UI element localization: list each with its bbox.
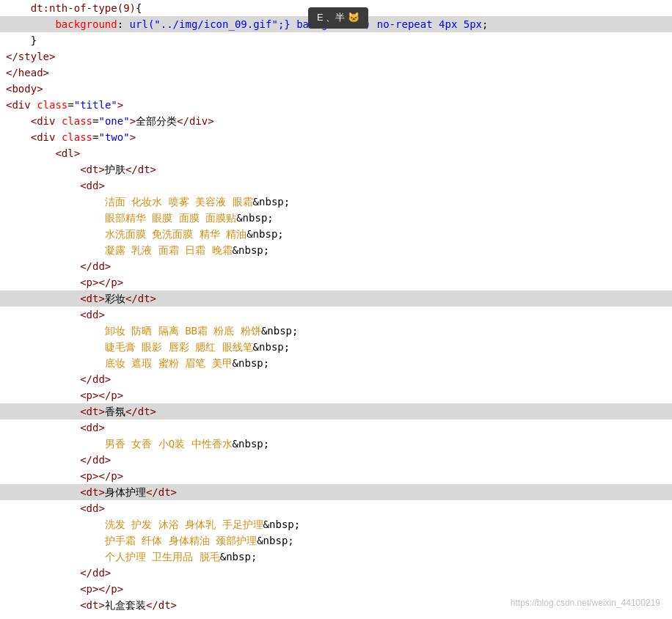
code-token-tag: <p> [80,583,98,595]
code-token-link: 水洗面膜 [105,228,146,240]
code-token-value: ) no-repeat [365,18,439,30]
code-token-link: 卫生用品 [152,551,193,563]
code-line: <div class="one">全部分类</div> [0,113,672,129]
code-token-amp: &nbsp; [233,438,270,450]
code-token-link: 洁面 [105,196,125,208]
code-token-link: 腮红 [195,341,216,353]
code-token-chinese [220,228,226,240]
code-token-link: 面霜 [158,244,179,256]
code-token-tag: </p> [98,389,123,401]
code-token-amp: &nbsp; [261,325,299,337]
code-token-chinese [205,244,211,256]
code-token-tag_hl3: </dt> [146,486,177,498]
code-token-amp: &nbsp; [220,551,258,563]
code-token-link: 颈部护理 [216,535,257,546]
code-token-chinese [193,228,199,240]
code-token-tag: <div [31,131,62,143]
code-token-amp: &nbsp; [246,228,284,240]
code-token-link: 防晒 [131,325,152,337]
code-token-tag: <p> [80,470,98,482]
code-token-link: 眼线笔 [222,341,253,353]
code-token-chinese [152,438,158,450]
code-token-tag: > [117,99,123,111]
code-token-link: 晚霜 [212,244,233,256]
code-token-link: 粉饼 [241,325,261,337]
code-token-link: 沐浴 [158,519,179,530]
code-token-punct: : [117,18,130,30]
code-line: 洗发 护发 沐浴 身体乳 手足护理&nbsp; [0,516,672,532]
code-token-link: 女香 [131,438,152,450]
code-line: 底妆 遮瑕 蜜粉 眉笔 美甲&nbsp; [0,355,672,371]
code-token-attr: class [37,99,67,111]
code-line: 卸妆 防晒 隔离 BB霜 粉底 粉饼&nbsp; [0,323,672,339]
code-line: </head> [0,65,672,81]
code-token-chinese [179,325,185,337]
code-token-chinese [200,212,205,224]
code-token-link: 免洗面膜 [152,228,193,240]
code-token-attr: class [62,131,92,143]
code-token-link: 脱毛 [200,551,220,563]
code-token-punct: ; [482,18,488,30]
code-token-chinese_hl2: 香氛 [105,406,125,417]
code-line: </dd> [0,371,672,387]
code-token-tag: <dd> [80,180,105,191]
code-token-tag_hl2: </dt> [125,406,156,417]
code-token-chinese [193,551,199,563]
code-token-punct: { [136,2,142,14]
code-token-tag: <p> [80,276,98,288]
code-line: <dt>彩妆</dt> [0,290,672,307]
code-token-chinese [189,341,195,353]
code-token-link: 粉底 [213,325,234,337]
code-token-link: 美容液 [195,196,226,208]
code-line: <dt>护肤</dt> [0,161,672,177]
code-token-value: url("../img/icon_09. [130,18,254,30]
code-token-chinese [152,325,158,337]
code-token-tag: </dd> [80,373,111,385]
code-token-tag: </dt> [125,164,156,175]
code-token-chinese [216,341,222,353]
code-token-chinese [162,196,168,208]
code-token-value2: 4px 5px [439,18,482,30]
code-token-link: 眼部精华 [105,212,146,224]
code-token-tag: </dt> [146,599,177,611]
code-token-link: 身体乳 [185,519,216,530]
code-token-tag_hl: </dt> [125,293,156,304]
code-token-link: 男香 [105,438,125,450]
code-token-amp: &nbsp; [263,519,301,530]
code-token-attrval: "title" [74,99,117,111]
code-line: <dt>香氛</dt> [0,403,672,420]
code-token-link: 遮瑕 [131,357,152,369]
code-token-amp: &nbsp; [257,535,294,546]
code-token-link: 洗发 [105,519,125,530]
code-line: 男香 女香 小Q装 中性香水&nbsp; [0,436,672,452]
code-token-prop: background [55,18,117,30]
code-token-chinese [152,357,158,369]
code-token-tag: </head> [6,67,49,78]
code-token-chinese: 护肤 [105,164,125,175]
code-token-tag: </style> [6,51,55,62]
code-token-tag: <div [31,115,62,127]
code-token-chinese [179,357,185,369]
code-token-tag: <dl> [55,147,80,159]
code-token-tag_hl: <dt> [80,293,105,304]
code-line: <p></p> [0,274,672,290]
code-token-link: 唇彩 [169,341,189,353]
code-token-chinese: 全部分类 [136,115,177,127]
code-token-amp: &nbsp; [236,212,274,224]
code-line: <dt>身体护理</dt> [0,484,672,500]
code-token-tag: <div [6,99,37,111]
code-token-tag: <body> [6,83,43,95]
code-token-chinese [162,535,168,546]
code-line: </dd> [0,258,672,274]
code-token-tag: <dd> [80,309,105,321]
code-token-tag: </p> [98,583,123,595]
code-token-link: 眼膜 [152,212,172,224]
code-line: 眼部精华 眼膜 面膜 面膜贴&nbsp; [0,210,672,226]
code-line: <body> [0,81,672,97]
code-line: 护手霜 纤体 身体精油 颈部护理&nbsp; [0,532,672,549]
code-token-link: 眼影 [142,341,162,353]
code-token-chinese [189,196,195,208]
code-token-chinese [226,196,232,208]
code-token-tag: </dd> [80,567,111,579]
code-token-chinese [152,519,158,530]
